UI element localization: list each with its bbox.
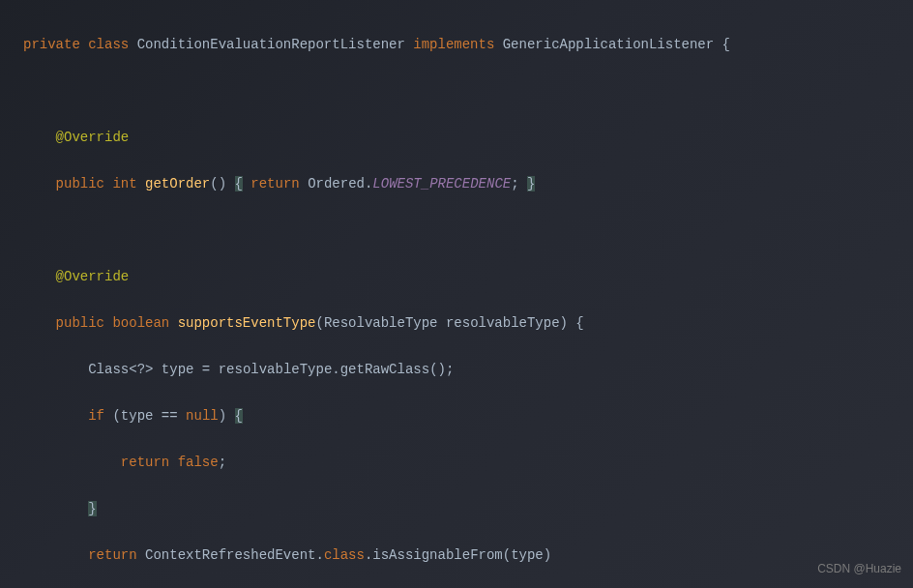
keyword-return: return [250,176,299,191]
keyword-class: class [88,37,129,52]
var-type: type [162,362,194,377]
static-field: LOWEST_PRECEDENCE [372,176,511,191]
code-line-6: @Override [23,265,913,288]
method-getrawclass: getRawClass [340,362,429,377]
paren-open: ( [315,315,323,331]
op-eqeq: == [162,408,178,424]
method-supportseventtype: supportsEventType [178,315,316,331]
paren-open: ( [112,408,120,424]
arg-type: type [511,547,544,563]
brace-close-hl: } [88,501,96,516]
class-contextrefreshedevent: ContextRefreshedEvent [145,547,315,563]
code-line-1: private class ConditionEvaluationReportL… [23,33,913,56]
brace-open: { [575,315,583,331]
code-line-4: public int getOrder() { return Ordered.L… [23,172,913,195]
keyword-class: class [324,547,365,563]
keyword-if: if [88,408,104,424]
keyword-null: null [186,408,219,424]
keyword-boolean: boolean [112,315,169,331]
interface-name: GenericApplicationListener [503,37,714,52]
var-type: type [121,408,154,424]
method-isassignablefrom: isAssignableFrom [372,547,502,563]
code-line-8: Class<?> type = resolvableType.getRawCla… [23,358,913,381]
dot: . [332,362,339,377]
code-line-blank [23,79,913,103]
semi: ; [219,455,226,470]
param-name: resolvableType [446,315,560,331]
keyword-public: public [56,315,104,331]
keyword-public: public [56,176,104,191]
code-line-11: } [23,497,913,520]
paren-open: ( [503,547,511,563]
code-line-10: return false; [23,451,913,474]
brace-close-hl: } [527,176,535,191]
type-class: Class<?> [88,362,153,377]
keyword-implements: implements [413,37,494,52]
paren-close: ) [219,408,226,424]
annotation-override: @Override [56,130,130,145]
keyword-return: return [88,547,136,563]
brace-open-hl: { [235,408,243,424]
method-getorder: getOrder [145,176,210,191]
keyword-return: return [121,455,169,470]
keyword-int: int [112,176,136,191]
code-line-12: return ContextRefreshedEvent.class.isAss… [23,544,913,567]
obj-resolvable: resolvableType [219,362,333,377]
paren-close: ) [560,315,568,331]
parens-semi: (); [429,362,454,377]
parens: () [210,176,226,191]
code-line-7: public boolean supportsEventType(Resolva… [23,311,913,335]
brace-open: { [722,37,730,52]
class-name: ConditionEvaluationReportListener [137,37,405,52]
brace-open-hl: { [235,176,243,191]
param-type: ResolvableType [324,315,438,331]
code-line-9: if (type == null) { [23,404,913,427]
code-line-3: @Override [23,126,913,149]
class-ordered: Ordered [308,176,365,191]
eq: = [202,362,210,377]
paren-close: ) [544,547,551,563]
dot: . [315,547,323,563]
code-editor-view: private class ConditionEvaluationReportL… [0,10,913,588]
semi: ; [511,176,518,191]
annotation-override: @Override [56,269,130,284]
watermark-text: CSDN @Huazie [817,557,901,580]
keyword-false: false [178,455,219,470]
code-line-blank [23,219,913,242]
keyword-private: private [23,37,80,52]
